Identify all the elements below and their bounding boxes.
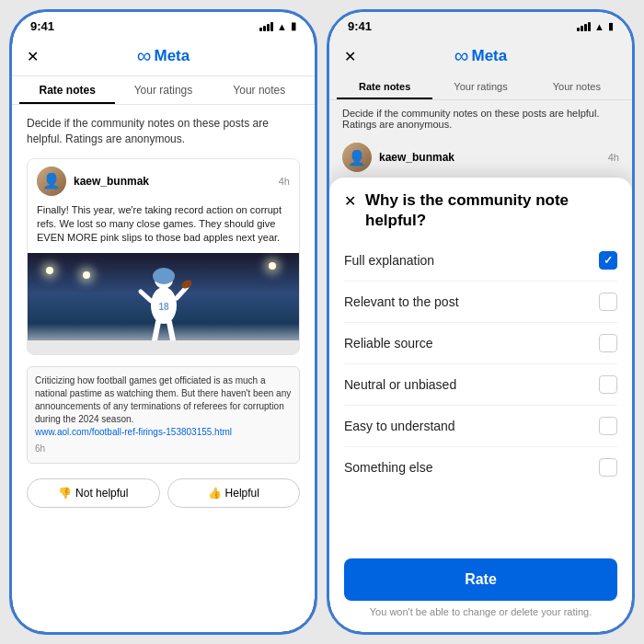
- phone-1: 9:41 ▲ ▮ ✕ ∞ Meta Rate notes Your rating…: [9, 9, 317, 635]
- checkbox-full-explanation[interactable]: [599, 251, 617, 270]
- wifi-icon: ▲: [277, 21, 287, 32]
- wifi-icon-2: ▲: [594, 21, 604, 32]
- checkbox-neutral[interactable]: [599, 375, 617, 394]
- checkbox-easy[interactable]: [599, 417, 617, 435]
- svg-point-6: [179, 279, 190, 291]
- checkbox-list: Full explanation Relevant to the post Re…: [329, 240, 632, 547]
- football-player-svg: 18: [136, 259, 191, 347]
- light-1: [46, 267, 53, 274]
- post-body-1: Finally! This year, we're taking record …: [28, 203, 299, 253]
- helpful-label: Helpful: [225, 487, 259, 500]
- tab-rate-notes-1[interactable]: Rate notes: [19, 76, 115, 104]
- post-time-1: 4h: [279, 176, 290, 187]
- checkbox-item-relevant[interactable]: Relevant to the post: [344, 282, 617, 323]
- checkbox-item-something-else[interactable]: Something else: [344, 447, 617, 488]
- svg-line-4: [141, 292, 151, 301]
- close-button-2[interactable]: ✕: [344, 48, 356, 65]
- light-2: [269, 262, 276, 270]
- battery-icon-2: ▮: [608, 20, 614, 32]
- modal-footer: Rate You won't be able to change or dele…: [329, 547, 632, 632]
- meta-logo-text-2: Meta: [471, 47, 507, 65]
- note-link-1[interactable]: www.aol.com/football-ref-firings-1538031…: [35, 427, 232, 437]
- note-text-1: Criticizing how football games get offic…: [35, 375, 291, 424]
- avatar-img-1: 👤: [37, 167, 66, 196]
- note-time-1: 6h: [35, 443, 292, 455]
- thumbs-down-icon: 👎: [58, 487, 72, 500]
- tab-rate-notes-2[interactable]: Rate notes: [337, 75, 432, 99]
- svg-line-8: [169, 322, 173, 340]
- avatar-1: 👤: [37, 167, 66, 196]
- description-1: Decide if the community notes on these p…: [27, 116, 300, 147]
- tabs-2: Rate notes Your ratings Your notes: [329, 75, 632, 100]
- post-header-2: 👤 kaew_bunmak 4h: [329, 137, 632, 178]
- status-bar-1: 9:41 ▲ ▮: [12, 12, 315, 37]
- signal-icon: [259, 22, 273, 31]
- thumbs-up-icon: 👍: [208, 487, 222, 500]
- checkbox-reliable[interactable]: [599, 334, 617, 352]
- phone-2: 9:41 ▲ ▮ ✕ ∞ Meta Rate notes: [327, 9, 635, 635]
- post-username-2: kaew_bunmak: [379, 151, 601, 164]
- modal-overlay: ✕ Why is the community note helpful? Ful…: [329, 178, 632, 632]
- ground: [28, 340, 299, 354]
- checkbox-item-reliable[interactable]: Reliable source: [344, 323, 617, 364]
- meta-logo-text-1: Meta: [154, 47, 190, 65]
- modal-header: ✕ Why is the community note helpful?: [329, 178, 632, 240]
- status-icons-2: ▲ ▮: [577, 20, 614, 32]
- modal-close-button[interactable]: ✕: [344, 192, 356, 210]
- signal-icon-2: [577, 22, 591, 31]
- tab-your-ratings-1[interactable]: Your ratings: [115, 76, 211, 104]
- post-username-1: kaew_bunmak: [74, 175, 271, 188]
- checkbox-item-neutral[interactable]: Neutral or unbiased: [344, 364, 617, 406]
- svg-point-2: [153, 268, 175, 284]
- light-3: [83, 271, 90, 279]
- checkbox-label-something-else: Something else: [344, 460, 433, 475]
- tab-your-notes-1[interactable]: Your notes: [212, 76, 307, 104]
- checkbox-label-neutral: Neutral or unbiased: [344, 377, 456, 392]
- phone1-screen: 9:41 ▲ ▮ ✕ ∞ Meta Rate notes Your rating…: [12, 12, 315, 632]
- post-card-1: 👤 kaew_bunmak 4h Finally! This year, we'…: [27, 158, 300, 355]
- status-bar-2: 9:41 ▲ ▮: [329, 12, 632, 37]
- app-header-2: ✕ ∞ Meta: [329, 37, 632, 75]
- avatar-img-2: 👤: [342, 143, 372, 172]
- disclaimer-text: You won't be able to change or delete yo…: [344, 606, 617, 617]
- checkbox-label-relevant: Relevant to the post: [344, 294, 459, 309]
- status-time-2: 9:41: [348, 19, 372, 33]
- phone2-screen: 9:41 ▲ ▮ ✕ ∞ Meta Rate notes: [329, 12, 632, 632]
- helpful-button[interactable]: 👍 Helpful: [167, 478, 301, 508]
- post-time-2: 4h: [608, 152, 619, 163]
- status-icons-1: ▲ ▮: [259, 20, 296, 32]
- tab-your-notes-2[interactable]: Your notes: [529, 75, 625, 99]
- meta-logo-symbol-1: ∞: [137, 44, 152, 68]
- svg-line-5: [177, 287, 187, 298]
- checkbox-item-easy[interactable]: Easy to understand: [344, 406, 617, 447]
- tabs-1: Rate notes Your ratings Your notes: [12, 76, 315, 105]
- status-time-1: 9:41: [30, 19, 54, 33]
- note-box-1: Criticizing how football games get offic…: [27, 366, 300, 464]
- post-image-1: 18: [28, 253, 299, 354]
- not-helpful-button[interactable]: 👎 Not helpful: [27, 478, 160, 508]
- rate-button[interactable]: Rate: [344, 558, 617, 601]
- close-button-1[interactable]: ✕: [27, 48, 39, 65]
- tab-your-ratings-2[interactable]: Your ratings: [432, 75, 528, 99]
- phone1-content: Decide if the community notes on these p…: [12, 105, 315, 632]
- not-helpful-label: Not helpful: [75, 487, 128, 500]
- meta-logo-symbol-2: ∞: [454, 44, 469, 68]
- modal-title: Why is the community note helpful?: [365, 190, 617, 231]
- description-2: Decide if the community notes on these p…: [329, 100, 632, 137]
- svg-text:18: 18: [158, 302, 169, 312]
- avatar-2: 👤: [342, 143, 372, 172]
- checkbox-relevant[interactable]: [599, 293, 617, 311]
- checkbox-label-easy: Easy to understand: [344, 419, 455, 433]
- checkbox-something-else[interactable]: [599, 458, 617, 477]
- checkbox-label-full-explanation: Full explanation: [344, 253, 434, 268]
- battery-icon: ▮: [291, 20, 296, 32]
- app-header-1: ✕ ∞ Meta: [12, 37, 315, 76]
- action-row-1: 👎 Not helpful 👍 Helpful: [27, 471, 300, 515]
- svg-line-7: [155, 322, 158, 340]
- phone2-bg: 9:41 ▲ ▮ ✕ ∞ Meta Rate notes: [329, 12, 632, 196]
- checkbox-label-reliable: Reliable source: [344, 336, 433, 351]
- post-header-1: 👤 kaew_bunmak 4h: [28, 159, 299, 203]
- checkbox-item-full-explanation[interactable]: Full explanation: [344, 240, 617, 282]
